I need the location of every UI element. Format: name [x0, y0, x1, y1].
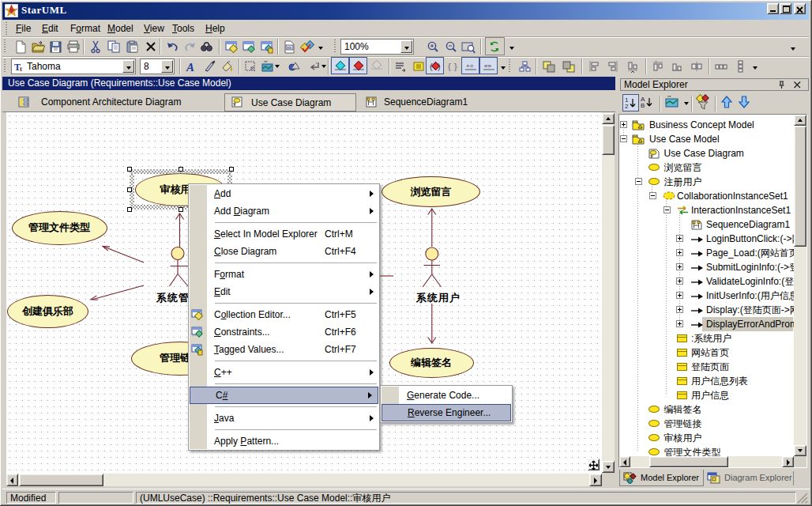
svg-text:«»: «»: [484, 62, 491, 70]
svg-text:↑: ↑: [655, 60, 657, 64]
svg-text:A: A: [186, 61, 194, 74]
svg-text:{: {: [448, 62, 451, 71]
svg-text:xx: xx: [287, 45, 291, 50]
svg-text:t: t: [20, 65, 22, 72]
svg-text:}: }: [454, 62, 457, 71]
svg-text:+=: +=: [466, 62, 474, 70]
svg-text:**: **: [264, 60, 268, 65]
svg-text:**: **: [667, 95, 671, 100]
svg-text:2: 2: [625, 103, 629, 110]
svg-text:B: B: [641, 102, 645, 109]
